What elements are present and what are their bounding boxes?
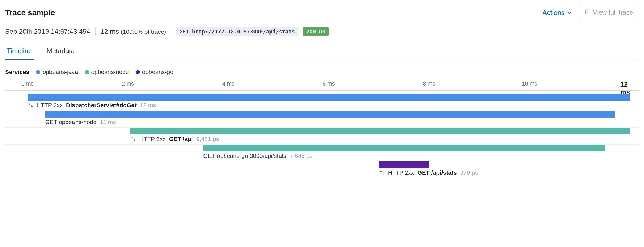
legend-item: opbeans-java (36, 69, 78, 75)
axis-tick: 2 ms (122, 80, 134, 87)
span-bar[interactable] (130, 128, 630, 134)
span-bar[interactable] (28, 94, 630, 101)
span-bar[interactable] (203, 145, 605, 151)
status-badge: 200 OK (303, 27, 329, 36)
actions-dropdown[interactable]: Actions (543, 9, 572, 17)
span-name: GET /api (169, 136, 193, 142)
actions-label: Actions (543, 9, 565, 17)
span-row[interactable]: HTTP 2xxGET /api/stats970 µs (5, 161, 639, 178)
span-label: GET opbeans-node11 ms (45, 119, 116, 125)
legend-item: opbeans-go (136, 69, 173, 75)
span-label: HTTP 2xxGET /api9,481 µs (130, 136, 219, 142)
time-axis: 0 ms2 ms4 ms6 ms8 ms10 ms12 ms (5, 80, 639, 91)
span-label: HTTP 2xxGET /api/stats970 µs (379, 169, 478, 176)
span-bar[interactable] (379, 161, 429, 168)
axis-tick: 0 ms (21, 80, 33, 87)
trace-duration: 12 ms (101, 28, 119, 35)
incoming-request-icon (28, 102, 33, 109)
span-duration: 9,481 µs (196, 136, 219, 142)
http-status: HTTP 2xx (139, 136, 165, 142)
tab-metadata[interactable]: Metadata (45, 47, 76, 60)
span-rows: HTTP 2xxDispatcherServlet#doGet12 msGET … (5, 94, 639, 178)
span-duration: 11 ms (100, 119, 116, 125)
legend-dot (85, 70, 89, 74)
span-bar[interactable] (45, 111, 615, 118)
span-duration: 7,645 µs (290, 152, 312, 159)
separator (171, 27, 171, 36)
legend-text: opbeans-node (91, 69, 129, 75)
chevron-down-icon (567, 9, 572, 17)
span-name: GET opbeans-go:3000/api/stats (203, 152, 286, 159)
span-row[interactable]: GET opbeans-go:3000/api/stats7,645 µs (5, 145, 639, 161)
http-status: HTTP 2xx (388, 169, 414, 176)
axis-tick: 6 ms (323, 80, 335, 87)
document-icon (584, 9, 590, 16)
tabs: Timeline Metadata (5, 47, 639, 60)
span-name: DispatcherServlet#doGet (66, 102, 137, 109)
legend-item: opbeans-node (85, 69, 129, 75)
span-label: GET opbeans-go:3000/api/stats7,645 µs (203, 152, 312, 159)
axis-tick: 4 ms (222, 80, 234, 87)
span-row[interactable]: GET opbeans-node11 ms (5, 111, 639, 128)
legend-text: opbeans-go (142, 69, 173, 75)
incoming-request-icon (379, 169, 385, 176)
axis-tick: 8 ms (423, 80, 435, 87)
legend-dot (36, 70, 40, 74)
http-status: HTTP 2xx (37, 102, 63, 109)
incoming-request-icon (130, 136, 136, 142)
span-row[interactable]: HTTP 2xxDispatcherServlet#doGet12 ms (5, 94, 639, 111)
span-name: GET /api/stats (418, 169, 457, 176)
axis-tick: 10 ms (522, 80, 537, 87)
view-full-trace-label: View full trace (593, 9, 633, 16)
span-row[interactable]: HTTP 2xxGET /api9,481 µs (5, 128, 639, 145)
legend-dot (136, 70, 140, 74)
separator (95, 27, 96, 36)
span-duration: 970 µs (460, 169, 478, 176)
view-full-trace-button[interactable]: View full trace (579, 5, 639, 20)
legend-text: opbeans-java (42, 69, 78, 75)
trace-timestamp: Sep 20th 2019 14:57:43.454 (5, 28, 90, 35)
timeline-chart: 0 ms2 ms4 ms6 ms8 ms10 ms12 ms HTTP 2xxD… (5, 80, 639, 178)
services-label: Services (5, 69, 29, 75)
trace-meta: Sep 20th 2019 14:57:43.454 12 ms (100.0%… (5, 27, 639, 36)
span-name: GET opbeans-node (45, 119, 97, 125)
tab-timeline[interactable]: Timeline (5, 47, 34, 60)
request-badge: GET http://172.18.0.9:3000/api/stats (176, 27, 298, 36)
span-duration: 12 ms (140, 102, 156, 109)
span-label: HTTP 2xxDispatcherServlet#doGet12 ms (28, 102, 156, 109)
services-legend: Services opbeans-java opbeans-node opbea… (5, 69, 639, 75)
trace-percentage: (100.0% of trace) (121, 28, 166, 35)
page-title: Trace sample (5, 8, 55, 17)
